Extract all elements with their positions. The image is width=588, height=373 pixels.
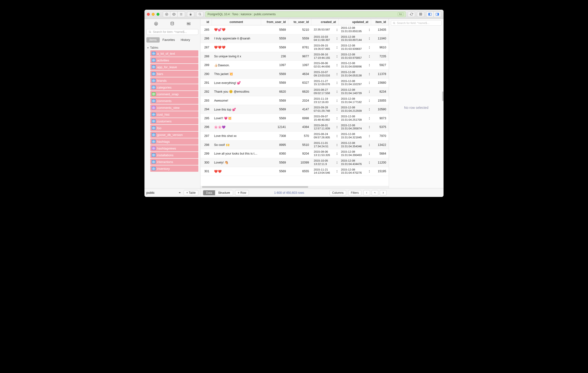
filters-button[interactable]: Filters — [348, 190, 361, 196]
gear-icon[interactable] — [372, 190, 378, 196]
cell-created[interactable]: 2015-11-2715:12:09.076▴▾ — [311, 78, 338, 87]
cancel-icon[interactable] — [163, 12, 170, 17]
table-row[interactable]: 299Love all your looks but this is the b… — [200, 149, 389, 158]
cell-id[interactable]: 296 — [200, 123, 212, 132]
cell-id[interactable]: 290 — [200, 69, 212, 78]
stepper-icon[interactable]: ▴▾ — [369, 170, 370, 173]
minimize-window-button[interactable] — [152, 13, 155, 16]
table-row[interactable]: 287❤️❤️❤️556987612015-09-1519:26:07.865▴… — [200, 43, 389, 52]
cell-comment[interactable]: Love this top 💕 — [212, 105, 261, 114]
sql-icon[interactable]: SQL — [186, 21, 192, 27]
cell-comment[interactable]: So cool! 🙌 — [212, 140, 261, 149]
grid-icon[interactable] — [417, 12, 424, 17]
cell-comment[interactable]: 🌸🌸💜 — [212, 123, 261, 132]
close-window-button[interactable] — [147, 13, 150, 16]
cell-updated[interactable]: 2015-12-0815:31:04.354346▴▾ — [338, 140, 371, 149]
cell-item[interactable]: 11378 — [371, 69, 388, 78]
lock-icon[interactable] — [187, 12, 194, 17]
cell-id[interactable]: 300 — [200, 158, 212, 167]
cell-id[interactable]: 288 — [200, 52, 212, 61]
database-icon[interactable] — [169, 21, 175, 27]
sidebar-table-item[interactable]: activities — [150, 57, 198, 63]
cell-to[interactable]: 570 — [288, 132, 311, 141]
cell-comment[interactable]: 👍🏻Dawson. — [212, 61, 261, 70]
cell-to[interactable]: 8761 — [288, 43, 311, 52]
table-row[interactable]: 285❤️💕❤️5569521022:35:53.587▴▾2015-12-08… — [200, 25, 389, 34]
table-row[interactable]: 297Love this shot xx73085702015-08-2409:… — [200, 132, 389, 141]
cell-updated[interactable]: 2015-12-0815:31:04.053138▴▾ — [338, 69, 371, 78]
stepper-icon[interactable]: ▴▾ — [336, 99, 337, 102]
stepper-icon[interactable]: ▴▾ — [369, 134, 370, 138]
stepper-icon[interactable]: ▴▾ — [336, 28, 337, 32]
table-row[interactable]: 296🌸🌸💜1214143842015-08-0112:57:11.839▴▾2… — [200, 123, 389, 132]
cell-created[interactable]: 2015-08-2409:57:26.805▴▾ — [311, 132, 338, 141]
cell-from[interactable]: 8360 — [261, 149, 288, 158]
inspector-scrollbar[interactable] — [442, 91, 443, 101]
cell-from[interactable]: 6620 — [261, 87, 288, 96]
stepper-icon[interactable]: ▴▾ — [369, 63, 370, 67]
cell-updated[interactable]: 2015-12-0815:31:04.140739▴▾ — [338, 87, 371, 96]
cell-created[interactable]: 2015-08-0602:01:44.656▴▾ — [311, 61, 338, 70]
cell-created[interactable]: 22:35:53.587▴▾ — [311, 25, 338, 34]
table-row[interactable]: 290This jacket 💥556946342015-10-0709:13:… — [200, 69, 389, 78]
column-header-comment[interactable]: comment — [212, 19, 261, 25]
column-header-from_user_id[interactable]: from_user_id — [261, 19, 288, 25]
sidebar-section-tables[interactable]: Tables — [145, 44, 200, 50]
cell-updated[interactable]: 2015-12-0815:31:04.321845▴▾ — [338, 132, 371, 141]
cell-from[interactable]: 7308 — [261, 132, 288, 141]
cell-created[interactable]: 2015-09-1519:26:07.865▴▾ — [311, 43, 338, 52]
table-row[interactable]: 291Love everything! 💕556963272015-11-271… — [200, 78, 389, 87]
cell-updated[interactable]: 2015-12-0815:31:04.390493▴▾ — [338, 149, 371, 158]
schema-select[interactable]: public — [147, 191, 182, 195]
cell-comment[interactable]: Love!!! 💗💥 — [212, 114, 261, 123]
cell-from[interactable]: 5569 — [261, 69, 288, 78]
sidebar-table-item[interactable]: a_lot_of_text — [150, 50, 198, 57]
stepper-icon[interactable]: ▴▾ — [369, 108, 370, 111]
stepper-icon[interactable]: ▴▾ — [336, 37, 337, 40]
stepper-icon[interactable]: ▴▾ — [336, 72, 337, 76]
sidebar-table-item[interactable]: installations — [150, 152, 198, 158]
cell-from[interactable]: 12141 — [261, 123, 288, 132]
cell-id[interactable]: 301 — [200, 167, 212, 176]
cell-item[interactable]: 9610 — [371, 43, 388, 52]
stepper-icon[interactable]: ▴▾ — [336, 170, 337, 173]
cell-to[interactable]: 4384 — [288, 123, 311, 132]
cell-from[interactable]: 5569 — [261, 25, 288, 34]
table-row[interactable]: 294Love this top 💕556941472015-09-2807:0… — [200, 105, 389, 114]
sidebar-table-item[interactable]: hashtagviews — [150, 145, 198, 152]
cell-from[interactable]: 5569 — [261, 43, 288, 52]
cell-from[interactable]: 5569 — [261, 96, 288, 105]
cell-id[interactable]: 287 — [200, 43, 212, 52]
cell-item[interactable]: 11040 — [371, 34, 388, 43]
stepper-icon[interactable]: ▴▾ — [369, 152, 370, 155]
cell-to[interactable]: 10399 — [288, 158, 311, 167]
cell-to[interactable]: 6555 — [288, 167, 311, 176]
cell-item[interactable]: 8234 — [371, 87, 388, 96]
cell-from[interactable]: 5569 — [261, 78, 288, 87]
cell-id[interactable]: 291 — [200, 78, 212, 87]
stepper-icon[interactable]: ▴▾ — [336, 125, 337, 129]
cell-from[interactable]: 8995 — [261, 140, 288, 149]
sidebar-table-item[interactable]: inventory — [150, 165, 198, 172]
stepper-icon[interactable]: ▴▾ — [369, 161, 370, 164]
stepper-icon[interactable]: ▴▾ — [336, 108, 337, 111]
cell-id[interactable]: 293 — [200, 96, 212, 105]
eye-icon[interactable] — [170, 12, 178, 17]
sidebar-table-item[interactable]: hashtags — [150, 138, 198, 145]
breadcrumb[interactable]: PostgreSQL 10.4 : Tono : katonice : publ… — [205, 11, 406, 17]
cell-from[interactable]: 5569 — [261, 158, 288, 167]
prev-page-button[interactable] — [363, 190, 370, 196]
column-header-id[interactable]: id — [200, 19, 212, 25]
cell-comment[interactable]: Love everything! 💕 — [212, 78, 261, 87]
tab-history[interactable]: History — [178, 37, 193, 43]
columns-button[interactable]: Columns — [329, 190, 346, 196]
cell-comment[interactable]: Awesome! — [212, 96, 261, 105]
stepper-icon[interactable]: ▴▾ — [336, 81, 337, 84]
stepper-icon[interactable]: ▴▾ — [369, 117, 370, 120]
cell-item[interactable]: 13435 — [371, 25, 388, 34]
cell-from[interactable]: 5559 — [261, 34, 288, 43]
cell-item[interactable]: 5927 — [371, 61, 388, 70]
cell-from[interactable]: 236 — [261, 52, 288, 61]
cell-comment[interactable]: Love this shot xx — [212, 132, 261, 141]
cell-created[interactable]: 2015-10-0513:22:11.9▴▾ — [311, 158, 338, 167]
